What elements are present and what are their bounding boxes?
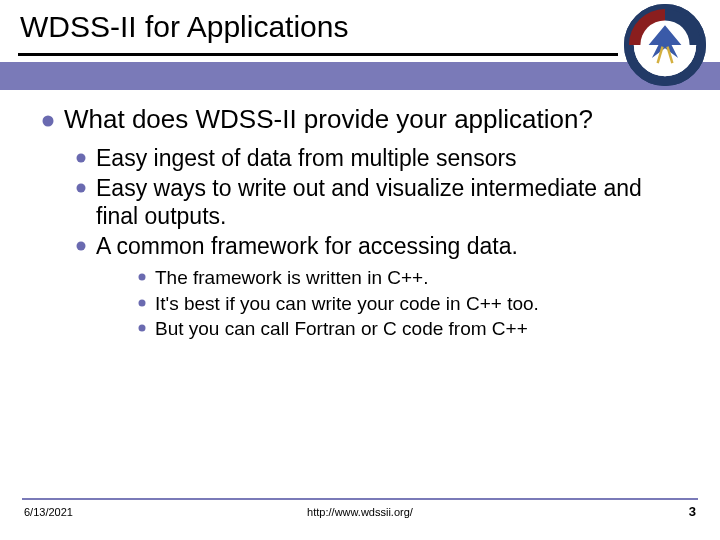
level2-text: A common framework for accessing data. (96, 232, 518, 260)
title-area: WDSS-II for Applications (0, 0, 720, 62)
content: What does WDSS-II provide your applicati… (42, 104, 680, 349)
bullet-level3: But you can call Fortran or C code from … (138, 317, 680, 341)
bullet-icon (138, 296, 148, 308)
slide-title: WDSS-II for Applications (20, 10, 720, 44)
svg-point-12 (139, 299, 146, 306)
slide: WDSS-II for Applications What does WDSS-… (0, 0, 720, 540)
level3-group: The framework is written in C++. It's be… (138, 266, 680, 341)
svg-point-9 (77, 183, 86, 192)
bullet-icon (138, 270, 148, 282)
bullet-level2: A common framework for accessing data. (76, 232, 680, 260)
footer: 6/13/2021 http://www.wdssii.org/ 3 (0, 504, 720, 528)
level2-group: Easy ingest of data from multiple sensor… (76, 144, 680, 341)
bullet-level2: Easy ways to write out and visualize int… (76, 174, 680, 230)
svg-point-11 (139, 273, 146, 280)
nssl-logo-icon (624, 4, 706, 86)
footer-page-number: 3 (689, 504, 696, 519)
bullet-level2: Easy ingest of data from multiple sensor… (76, 144, 680, 172)
level3-text: But you can call Fortran or C code from … (155, 317, 528, 341)
svg-point-7 (43, 116, 54, 127)
bullet-icon (76, 237, 88, 251)
level3-text: The framework is written in C++. (155, 266, 428, 290)
footer-divider (22, 498, 698, 500)
accent-bar (0, 62, 720, 90)
svg-point-10 (77, 241, 86, 250)
bullet-level3: The framework is written in C++. (138, 266, 680, 290)
level3-text: It's best if you can write your code in … (155, 292, 539, 316)
level1-text: What does WDSS-II provide your applicati… (64, 104, 593, 136)
bullet-icon (76, 179, 88, 193)
bullet-icon (42, 104, 56, 132)
svg-point-13 (139, 325, 146, 332)
level2-text: Easy ways to write out and visualize int… (96, 174, 680, 230)
level2-text: Easy ingest of data from multiple sensor… (96, 144, 517, 172)
svg-point-8 (77, 153, 86, 162)
footer-url: http://www.wdssii.org/ (0, 506, 720, 518)
bullet-icon (138, 321, 148, 333)
bullet-icon (76, 149, 88, 163)
bullet-level1: What does WDSS-II provide your applicati… (42, 104, 680, 136)
bullet-level3: It's best if you can write your code in … (138, 292, 680, 316)
title-underline (18, 53, 618, 56)
